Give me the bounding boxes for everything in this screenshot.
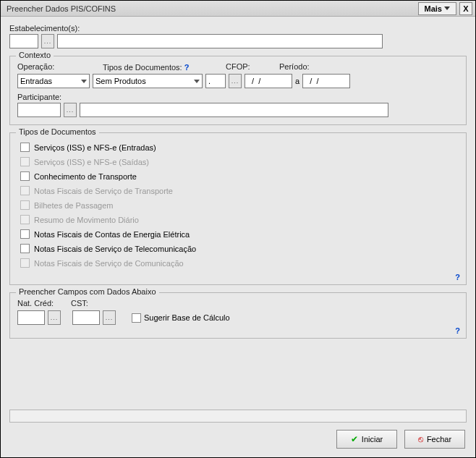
chevron-down-icon (444, 7, 450, 10)
window: Preencher Dados PIS/COFINS Mais X Estabe… (0, 0, 476, 458)
nat-cred-lookup-button[interactable]: ... (48, 310, 61, 325)
estabelecimentos-label: Estabelecimento(s): (9, 24, 467, 33)
mais-button[interactable]: Mais (418, 2, 456, 15)
help-icon[interactable]: ? (455, 326, 460, 335)
cfop-lookup-button[interactable]: ... (229, 74, 242, 88)
doc-type-checkbox (20, 157, 30, 166)
fechar-button[interactable]: ⎋ Fechar (404, 430, 465, 449)
help-icon[interactable]: ? (184, 63, 190, 72)
cst-label: CST: (71, 299, 88, 308)
statusbar (9, 410, 467, 423)
preencher-fieldset: Preencher Campos com Dados Abaixo Nat. C… (9, 292, 467, 339)
doc-type-label: Resumo de Movimento Diário (34, 216, 139, 224)
doc-type-row: Resumo de Movimento Diário (20, 215, 459, 224)
periodo-a-label: a (295, 77, 299, 85)
doc-type-checkbox (20, 186, 30, 195)
estabelecimento-desc-input[interactable] (57, 34, 383, 48)
preencher-legend: Preencher Campos com Dados Abaixo (16, 287, 159, 296)
contexto-fieldset: Contexto Operação: Tipos de Documentos: … (9, 56, 467, 125)
operacao-label: Operação: (17, 62, 90, 71)
doc-type-checkbox (20, 215, 30, 224)
participante-lookup-button[interactable]: ... (64, 103, 77, 117)
doc-type-row: Notas Fiscais de Serviço de Comunicação (20, 258, 459, 268)
participante-label: Participante: (17, 93, 459, 101)
cfop-label: CFOP: (226, 62, 266, 71)
help-icon[interactable]: ? (455, 273, 460, 281)
mais-label: Mais (425, 4, 442, 13)
doc-type-label: Notas Fiscais de Contas de Energia Elétr… (34, 230, 190, 239)
button-row: ✔ Iniciar ⎋ Fechar (336, 430, 465, 449)
tipos-documentos-fieldset: Tipos de Documentos Serviços (ISS) e NFS… (9, 132, 467, 285)
iniciar-button[interactable]: ✔ Iniciar (336, 430, 397, 449)
cst-input[interactable] (72, 310, 100, 325)
fechar-label: Fechar (427, 435, 451, 444)
doc-type-label: Conhecimento de Transporte (34, 172, 137, 181)
doc-type-row: Notas Fiscais de Serviço de Telecomunica… (20, 244, 459, 253)
window-title: Preencher Dados PIS/COFINS (7, 4, 418, 13)
doc-type-row: Notas Fiscais de Contas de Energia Elétr… (20, 229, 459, 239)
cst-lookup-button[interactable]: ... (103, 310, 116, 325)
operacao-select[interactable]: Entradas (17, 74, 90, 88)
doc-type-row: Notas Fiscais de Serviço de Transporte (20, 186, 459, 195)
close-button[interactable]: X (459, 2, 472, 15)
tipos-doc-value: Sem Produtos (95, 77, 146, 85)
operacao-value: Entradas (20, 77, 52, 85)
estabelecimento-code-input[interactable] (9, 34, 38, 48)
contexto-legend: Contexto (16, 51, 54, 59)
participante-desc-input[interactable] (80, 103, 388, 117)
doc-type-label: Serviços (ISS) e NFS-e (Entradas) (34, 143, 156, 152)
iniciar-label: Iniciar (362, 435, 383, 444)
cfop-input[interactable] (205, 74, 226, 88)
check-icon: ✔ (351, 434, 358, 444)
periodo-label: Período: (279, 62, 310, 71)
doc-type-checkbox (20, 200, 30, 210)
doc-type-row: Serviços (ISS) e NFS-e (Saídas) (20, 157, 459, 166)
doc-type-checkbox[interactable] (20, 143, 30, 152)
estabelecimento-lookup-button[interactable]: ... (41, 34, 54, 48)
chevron-down-icon (81, 80, 87, 83)
close-icon: X (463, 4, 468, 13)
exit-icon: ⎋ (418, 434, 423, 444)
chevron-down-icon (194, 80, 200, 83)
sugerir-label: Sugerir Base de Cálculo (144, 313, 230, 322)
nat-cred-input[interactable] (17, 310, 45, 325)
doc-type-checkbox (20, 258, 30, 268)
doc-type-checkbox[interactable] (20, 229, 30, 239)
sugerir-checkbox[interactable] (132, 313, 141, 323)
periodo-from-input[interactable] (245, 74, 292, 88)
participante-code-input[interactable] (17, 103, 61, 117)
doc-type-label: Bilhetes de Passagem (34, 201, 113, 210)
doc-type-label: Serviços (ISS) e NFS-e (Saídas) (34, 158, 149, 166)
doc-type-label: Notas Fiscais de Serviço de Telecomunica… (34, 245, 196, 253)
doc-type-label: Notas Fiscais de Serviço de Comunicação (34, 259, 184, 268)
doc-type-checkbox[interactable] (20, 171, 30, 181)
tipos-documentos-legend: Tipos de Documentos (16, 127, 99, 136)
body: Estabelecimento(s): ... Contexto Operaçã… (1, 17, 475, 346)
periodo-to-input[interactable] (302, 74, 350, 88)
doc-type-row: Bilhetes de Passagem (20, 200, 459, 210)
doc-type-row: Conhecimento de Transporte (20, 171, 459, 181)
titlebar: Preencher Dados PIS/COFINS Mais X (1, 1, 475, 17)
doc-type-row: Serviços (ISS) e NFS-e (Entradas) (20, 143, 459, 152)
doc-type-label: Notas Fiscais de Serviço de Transporte (34, 187, 173, 195)
doc-type-checkbox[interactable] (20, 244, 30, 253)
tipos-doc-label: Tipos de Documentos: (103, 63, 182, 72)
nat-cred-label: Nat. Créd: (17, 299, 61, 308)
tipos-doc-select[interactable]: Sem Produtos (93, 74, 203, 88)
